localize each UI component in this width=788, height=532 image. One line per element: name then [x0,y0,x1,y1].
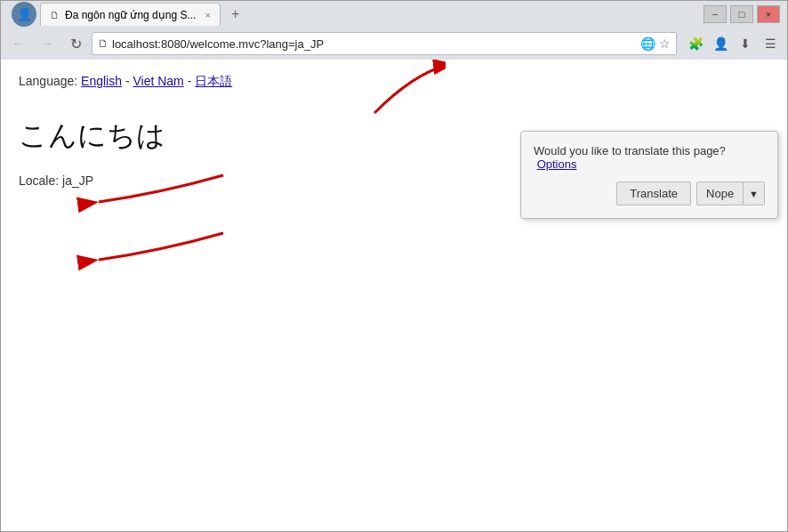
extensions-button[interactable]: 🧩 [684,32,707,55]
options-link[interactable]: Options [537,157,577,171]
translate-button[interactable]: Translate [616,181,691,206]
new-tab-button[interactable]: + [224,3,246,26]
back-button[interactable]: ← [6,33,31,54]
nope-group: Nope ▼ [696,181,765,206]
lang-viet-link[interactable]: Viet Nam [133,74,183,88]
address-bar: ← → ↻ 🗋 localhost:8080/welcome.mvc?lang=… [1,28,787,60]
translate-buttons: Translate Nope ▼ [534,181,765,206]
url-display: localhost:8080/welcome.mvc?lang=ja_JP [112,37,637,51]
profile-icon[interactable]: 👤 [12,2,36,27]
menu-button[interactable]: ☰ [759,32,782,55]
bookmark-icon[interactable]: ☆ [659,36,671,51]
active-tab[interactable]: 🗋 Đa ngôn ngữ ứng dụng S... × [40,3,221,26]
translate-question: Would you like to translate this page? O… [534,144,765,171]
arrow-to-greeting [54,157,232,229]
translate-icon[interactable]: 🌐 [640,36,655,51]
reload-button[interactable]: ↻ [63,33,88,54]
language-line: Language: English - Viet Nam - 日本語 [19,74,769,90]
forward-button[interactable]: → [35,33,60,54]
lang-japanese-link[interactable]: 日本語 [195,74,232,88]
maximize-button[interactable]: □ [730,5,753,23]
window-controls: − □ × [704,5,780,23]
nope-button[interactable]: Nope [696,181,744,206]
nope-dropdown-button[interactable]: ▼ [744,181,765,206]
browser-window: 👤 🗋 Đa ngôn ngữ ứng dụng S... × + − □ × … [0,0,788,532]
page-content: Language: English - Viet Nam - 日本語 こんにちは… [1,60,787,531]
address-icons: 🌐 ☆ [640,36,671,51]
user-icon[interactable]: 👤 [709,32,732,55]
lang-sep2: - [188,74,196,88]
translate-popup: Would you like to translate this page? O… [520,131,778,219]
minimize-button[interactable]: − [704,5,727,23]
downloads-button[interactable]: ⬇ [734,32,757,55]
tab-title: Đa ngôn ngữ ứng dụng S... [65,9,196,21]
address-input-wrap[interactable]: 🗋 localhost:8080/welcome.mvc?lang=ja_JP … [92,32,677,55]
tab-close-button[interactable]: × [205,10,210,20]
arrow-to-locale [54,215,232,286]
lang-english-link[interactable]: English [81,74,122,88]
language-label: Language: [19,74,77,88]
toolbar-right: 🧩 👤 ⬇ ☰ [684,32,782,55]
page-icon: 🗋 [98,37,109,50]
close-button[interactable]: × [757,5,780,23]
tab-page-icon: 🗋 [50,10,60,20]
title-bar: 👤 🗋 Đa ngôn ngữ ứng dụng S... × + − □ × [1,1,787,28]
